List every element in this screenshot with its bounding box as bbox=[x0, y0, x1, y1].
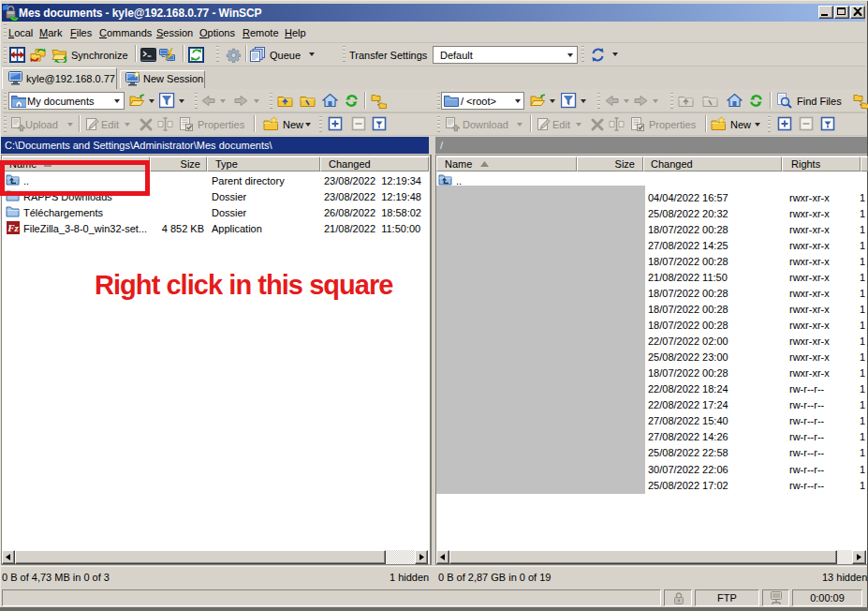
svg-text:Fz: Fz bbox=[7, 222, 19, 233]
